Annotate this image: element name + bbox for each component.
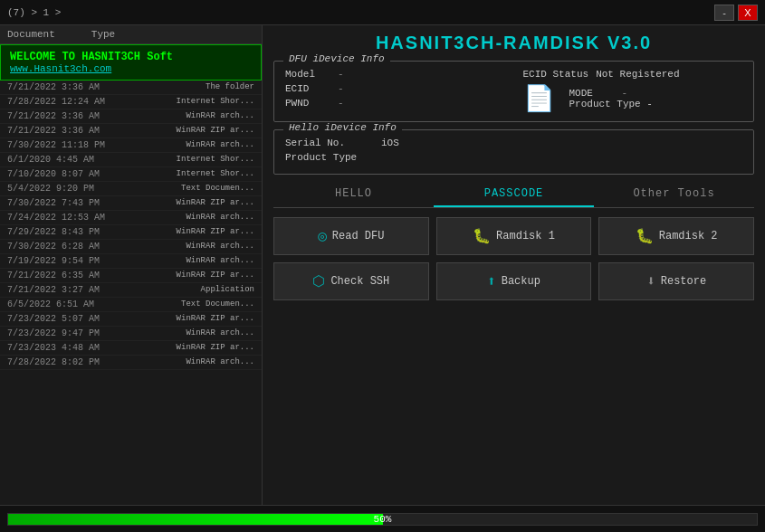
welcome-link[interactable]: www.Hasnit3ch.com (10, 63, 252, 74)
pwnd-value: - (338, 98, 344, 109)
read-dfu-icon: ◎ (318, 227, 327, 245)
hello-product-type-label: Product Type (285, 152, 357, 163)
ramdisk1-label: Ramdisk 1 (496, 230, 555, 242)
list-item[interactable]: 7/23/2022 9:47 PMWinRAR arch... (0, 327, 262, 341)
mode-value: - (622, 88, 628, 99)
backup-icon: ⬆ (487, 272, 496, 290)
right-panel: HASNIT3CH-RAMDISK V3.0 DFU iDevice Info … (263, 25, 765, 505)
progress-bar-container: 50% (0, 505, 765, 532)
check-ssh-button[interactable]: ⬡ Check SSH (273, 262, 429, 300)
backup-label: Backup (502, 275, 540, 288)
dfu-right-col: ECID Status Not Registered 📄 MODE - Prod… (523, 69, 743, 114)
ramdisk2-icon: 🐛 (636, 227, 654, 245)
close-button[interactable]: X (738, 5, 758, 21)
list-item[interactable]: 6/1/2020 4:45 AMInternet Shor... (0, 153, 262, 167)
list-item[interactable]: 7/28/2022 8:02 PMWinRAR arch... (0, 356, 262, 370)
list-item[interactable]: 7/10/2020 8:07 AMInternet Shor... (0, 167, 262, 182)
dfu-left-col: Model - ECID - PWND - (285, 69, 505, 114)
list-item[interactable]: 6/5/2022 6:51 AMText Documen... (0, 298, 262, 312)
hello-info-row-2: Product Type (285, 152, 742, 163)
ramdisk1-icon: 🐛 (473, 227, 491, 245)
list-item[interactable]: 7/30/2022 7:43 PMWinRAR ZIP ar... (0, 196, 262, 211)
list-item[interactable]: 7/28/2022 12:24 AMInternet Shor... (0, 95, 262, 109)
model-row: Model - (285, 69, 505, 80)
list-item[interactable]: 7/30/2022 6:28 AMWinRAR arch... (0, 240, 262, 254)
check-ssh-label: Check SSH (330, 275, 389, 288)
list-item[interactable]: 7/21/2022 3:36 AMWinRAR arch... (0, 109, 262, 124)
ramdisk2-button[interactable]: 🐛 Ramdisk 2 (598, 217, 754, 255)
model-label: Model (285, 69, 330, 80)
tab-other-tools[interactable]: Other Tools (594, 182, 754, 207)
pwnd-row: PWND - (285, 98, 505, 109)
device-icon: 📄 (523, 83, 555, 114)
hello-info-box: Hello iDevice Info Serial No. iOS Produc… (273, 129, 754, 175)
ios-label: iOS (381, 138, 399, 148)
main-layout: Document Type WELCOME TO HASNIT3CH Soft … (0, 25, 765, 505)
list-item[interactable]: 7/21/2022 3:36 AMWinRAR ZIP ar... (0, 124, 262, 138)
left-panel: Document Type WELCOME TO HASNIT3CH Soft … (0, 25, 263, 505)
serial-no-label: Serial No. (285, 138, 345, 148)
app-title: HASNIT3CH-RAMDISK V3.0 (273, 33, 754, 53)
ecid-row: ECID - (285, 83, 505, 94)
hello-info-title: Hello iDevice Info (283, 122, 402, 133)
list-item[interactable]: 7/21/2022 3:36 AMThe folder (0, 81, 262, 95)
pwnd-label: PWND (285, 98, 330, 109)
ecid-value: - (338, 83, 344, 94)
backup-button[interactable]: ⬆ Backup (436, 262, 592, 300)
file-list-header: Document Type (0, 25, 262, 44)
ecid-status-label: ECID Status (523, 69, 589, 80)
mode-label: MODE (569, 88, 615, 99)
welcome-text: WELCOME TO HASNIT3CH Soft (10, 51, 252, 63)
restore-button[interactable]: ⬇ Restore (598, 262, 754, 300)
ecid-label: ECID (285, 83, 330, 94)
dfu-info-box: DFU iDevice Info Model - ECID - PWND - E… (273, 61, 754, 122)
read-dfu-label: Read DFU (332, 230, 385, 242)
list-item[interactable]: 7/30/2022 11:18 PMWinRAR arch... (0, 138, 262, 153)
ramdisk2-label: Ramdisk 2 (659, 230, 718, 242)
list-item[interactable]: 7/23/2022 5:07 AMWinRAR ZIP ar... (0, 312, 262, 327)
welcome-banner: WELCOME TO HASNIT3CH Soft www.Hasnit3ch.… (0, 44, 262, 81)
list-item[interactable]: 7/19/2022 9:54 PMWinRAR arch... (0, 254, 262, 269)
list-item[interactable]: 7/21/2022 3:27 AMApplication (0, 283, 262, 298)
dfu-info-title: DFU iDevice Info (283, 53, 390, 64)
file-list: 7/21/2022 3:36 AMThe folder7/28/2022 12:… (0, 81, 262, 497)
ecid-status-row: ECID Status Not Registered (523, 69, 743, 80)
minimize-button[interactable]: - (714, 5, 734, 21)
ramdisk1-button[interactable]: 🐛 Ramdisk 1 (436, 217, 592, 255)
product-type-value: - (646, 99, 653, 109)
action-buttons-grid: ◎ Read DFU 🐛 Ramdisk 1 🐛 Ramdisk 2 ⬡ Che… (273, 217, 754, 300)
product-type-row: Product Type - (569, 99, 653, 109)
tab-passcode[interactable]: PASSCODE (434, 182, 594, 207)
restore-label: Restore (661, 275, 706, 288)
list-item[interactable]: 7/23/2023 4:48 AMWinRAR ZIP ar... (0, 341, 262, 356)
breadcrumb: (7) > 1 > (7, 7, 61, 18)
tab-hello[interactable]: HELLO (273, 182, 434, 207)
product-type-label: Product Type (569, 99, 641, 109)
tabs-container: HELLO PASSCODE Other Tools (273, 182, 754, 208)
progress-bar-track: 50% (7, 513, 758, 526)
progress-label: 50% (8, 514, 757, 525)
restore-icon: ⬇ (646, 272, 655, 290)
list-item[interactable]: 7/29/2022 8:43 PMWinRAR ZIP ar... (0, 225, 262, 240)
ecid-status-value: Not Registered (596, 69, 679, 80)
check-ssh-icon: ⬡ (312, 272, 325, 290)
hello-info-row-1: Serial No. iOS (285, 138, 742, 148)
list-item[interactable]: 7/24/2022 12:53 AMWinRAR arch... (0, 211, 262, 225)
title-bar: (7) > 1 > - X (0, 0, 765, 25)
window-controls: - X (714, 5, 758, 21)
read-dfu-button[interactable]: ◎ Read DFU (273, 217, 429, 255)
list-item[interactable]: 5/4/2022 9:20 PMText Documen... (0, 182, 262, 196)
mode-row: MODE - (569, 88, 653, 99)
list-item[interactable]: 7/21/2022 6:35 AMWinRAR ZIP ar... (0, 269, 262, 283)
model-value: - (338, 69, 344, 80)
